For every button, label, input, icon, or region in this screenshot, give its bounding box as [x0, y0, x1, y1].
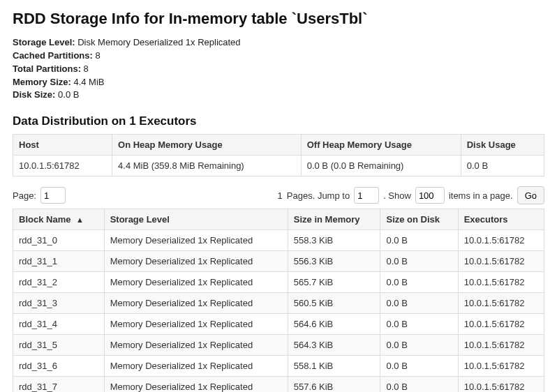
table-row: 10.0.1.5:61782 4.4 MiB (359.8 MiB Remain…	[13, 156, 544, 176]
cell-storage-level: Memory Deserialized 1x Replicated	[104, 251, 288, 272]
summary-list: Storage Level: Disk Memory Deserialized …	[13, 36, 544, 102]
cell-block-name: rdd_31_4	[13, 314, 105, 335]
summary-value: 4.4 MiB	[73, 77, 104, 87]
cell-executors: 10.0.1.5:61782	[458, 356, 544, 377]
cell-storage-level: Memory Deserialized 1x Replicated	[104, 272, 288, 293]
table-row: rdd_31_2Memory Deserialized 1x Replicate…	[13, 272, 544, 293]
cell-size-disk: 0.0 B	[380, 335, 458, 356]
pages-count: 1	[278, 190, 283, 201]
table-row: rdd_31_5Memory Deserialized 1x Replicate…	[13, 335, 544, 356]
cell-storage-level: Memory Deserialized 1x Replicated	[104, 230, 288, 251]
col-disk-usage[interactable]: Disk Usage	[461, 135, 544, 156]
cell-size-disk: 0.0 B	[380, 356, 458, 377]
cell-executors: 10.0.1.5:61782	[458, 251, 544, 272]
summary-label: Cached Partitions:	[13, 50, 93, 61]
cell-executors: 10.0.1.5:61782	[458, 314, 544, 335]
table-row: rdd_31_7Memory Deserialized 1x Replicate…	[13, 377, 544, 392]
summary-label: Storage Level:	[13, 37, 75, 47]
cell-executors: 10.0.1.5:61782	[458, 335, 544, 356]
page-title: RDD Storage Info for In-memory table `Us…	[13, 10, 544, 28]
cell-off-heap: 0.0 B (0.0 B Remaining)	[301, 156, 461, 176]
show-label-before: . Show	[383, 190, 411, 201]
sort-asc-icon: ▲	[76, 216, 84, 224]
col-size-disk[interactable]: Size on Disk	[380, 209, 458, 230]
cell-size-memory: 556.3 KiB	[288, 251, 380, 272]
summary-total-partitions: Total Partitions: 8	[13, 63, 544, 76]
page-label: Page:	[13, 190, 36, 201]
col-executors[interactable]: Executors	[458, 209, 544, 230]
cell-storage-level: Memory Deserialized 1x Replicated	[104, 356, 288, 377]
cell-executors: 10.0.1.5:61782	[458, 377, 544, 392]
summary-value: Disk Memory Deserialized 1x Replicated	[77, 37, 240, 47]
cell-block-name: rdd_31_1	[13, 251, 105, 272]
cell-executors: 10.0.1.5:61782	[458, 293, 544, 314]
summary-value: 0.0 B	[58, 89, 79, 100]
go-button[interactable]: Go	[517, 186, 544, 204]
summary-storage-level: Storage Level: Disk Memory Deserialized …	[13, 36, 544, 50]
cell-size-memory: 565.7 KiB	[288, 272, 380, 293]
cell-disk: 0.0 B	[461, 156, 544, 176]
summary-memory-size: Memory Size: 4.4 MiB	[13, 76, 544, 89]
col-on-heap[interactable]: On Heap Memory Usage	[112, 135, 302, 156]
cell-on-heap: 4.4 MiB (359.8 MiB Remaining)	[112, 156, 302, 176]
cell-size-memory: 558.3 KiB	[288, 230, 380, 251]
col-size-memory[interactable]: Size in Memory	[288, 209, 380, 230]
table-row: rdd_31_1Memory Deserialized 1x Replicate…	[13, 251, 544, 272]
distribution-table: Host On Heap Memory Usage Off Heap Memor…	[13, 134, 544, 176]
table-header-row: Block Name ▲ Storage Level Size in Memor…	[13, 209, 544, 230]
pager: Page: 1 Pages. Jump to . Show items in a…	[13, 186, 544, 204]
show-input[interactable]	[415, 187, 445, 204]
table-row: rdd_31_3Memory Deserialized 1x Replicate…	[13, 293, 544, 314]
cell-size-memory: 558.1 KiB	[288, 356, 380, 377]
show-label-after: items in a page.	[449, 190, 513, 201]
cell-size-disk: 0.0 B	[380, 272, 458, 293]
cell-block-name: rdd_31_6	[13, 356, 105, 377]
cell-storage-level: Memory Deserialized 1x Replicated	[104, 314, 288, 335]
cell-storage-level: Memory Deserialized 1x Replicated	[104, 377, 288, 392]
cell-size-memory: 564.6 KiB	[288, 314, 380, 335]
summary-label: Total Partitions:	[13, 63, 81, 74]
col-host[interactable]: Host	[13, 135, 112, 156]
col-storage-level[interactable]: Storage Level	[104, 209, 288, 230]
summary-value: 8	[84, 63, 89, 74]
jump-input[interactable]	[354, 187, 379, 204]
cell-size-disk: 0.0 B	[380, 251, 458, 272]
cell-size-disk: 0.0 B	[380, 314, 458, 335]
cell-block-name: rdd_31_3	[13, 293, 105, 314]
cell-executors: 10.0.1.5:61782	[458, 272, 544, 293]
cell-size-disk: 0.0 B	[380, 230, 458, 251]
summary-value: 8	[95, 50, 100, 61]
summary-cached-partitions: Cached Partitions: 8	[13, 50, 544, 63]
table-row: rdd_31_6Memory Deserialized 1x Replicate…	[13, 356, 544, 377]
cell-size-disk: 0.0 B	[380, 293, 458, 314]
table-row: rdd_31_4Memory Deserialized 1x Replicate…	[13, 314, 544, 335]
summary-disk-size: Disk Size: 0.0 B	[13, 89, 544, 102]
cell-block-name: rdd_31_5	[13, 335, 105, 356]
cell-size-memory: 560.5 KiB	[288, 293, 380, 314]
cell-size-memory: 557.6 KiB	[288, 377, 380, 392]
cell-executors: 10.0.1.5:61782	[458, 230, 544, 251]
cell-block-name: rdd_31_2	[13, 272, 105, 293]
summary-label: Disk Size:	[13, 89, 55, 100]
pages-text: Pages. Jump to	[287, 190, 350, 201]
blocks-table: Block Name ▲ Storage Level Size in Memor…	[13, 209, 544, 392]
col-off-heap[interactable]: Off Heap Memory Usage	[301, 135, 461, 156]
cell-size-disk: 0.0 B	[380, 377, 458, 392]
cell-storage-level: Memory Deserialized 1x Replicated	[104, 293, 288, 314]
cell-size-memory: 564.3 KiB	[288, 335, 380, 356]
cell-storage-level: Memory Deserialized 1x Replicated	[104, 335, 288, 356]
distribution-heading: Data Distribution on 1 Executors	[13, 114, 544, 128]
table-row: rdd_31_0Memory Deserialized 1x Replicate…	[13, 230, 544, 251]
cell-block-name: rdd_31_7	[13, 377, 105, 392]
cell-block-name: rdd_31_0	[13, 230, 105, 251]
summary-label: Memory Size:	[13, 77, 71, 87]
page-input[interactable]	[40, 187, 66, 204]
col-label: Block Name	[19, 214, 70, 225]
table-header-row: Host On Heap Memory Usage Off Heap Memor…	[13, 135, 544, 156]
cell-host: 10.0.1.5:61782	[13, 156, 112, 176]
col-block-name[interactable]: Block Name ▲	[13, 209, 105, 230]
